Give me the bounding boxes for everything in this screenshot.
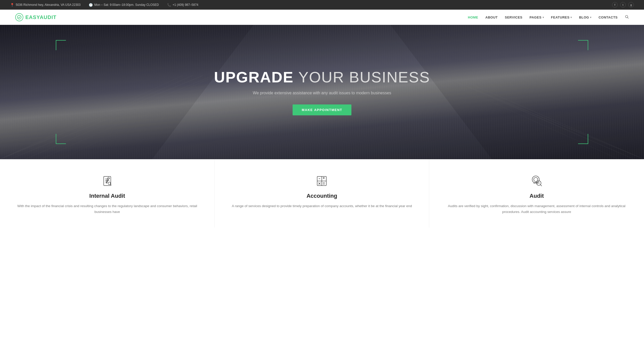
- audit-desc: Audits are verified by sight, confirmati…: [439, 203, 634, 215]
- social-links: f t g: [612, 2, 634, 8]
- logo-icon: [15, 13, 23, 21]
- svg-rect-18: [104, 176, 111, 186]
- phone-text: +1 (409) 987–5874: [173, 3, 199, 7]
- svg-line-2: [628, 17, 629, 19]
- bracket-bottom-left: [56, 134, 66, 144]
- hero-subtitle: We provide extensive assistance with any…: [214, 91, 430, 95]
- svg-point-22: [108, 182, 111, 185]
- internal-audit-desc: With the impact of the financial crisis …: [10, 203, 204, 215]
- top-bar-left: 📍 5036 Richmond hwy, Alexandria, VA USA …: [10, 3, 198, 7]
- hours-text: Mon – Sat: 9:00am–18:00pm. Sunday CLOSED: [94, 3, 159, 7]
- bracket-top-right: [578, 40, 588, 50]
- google-icon[interactable]: g: [628, 2, 634, 8]
- nav-home[interactable]: HOME: [468, 15, 478, 19]
- hero-section: UPGRADE YOUR BUSINESS We provide extensi…: [0, 25, 644, 159]
- audit-title: Audit: [439, 193, 634, 199]
- phone-icon: 📞: [167, 3, 171, 7]
- internal-audit-title: Internal Audit: [10, 193, 204, 199]
- nav-blog[interactable]: BLOG: [579, 15, 592, 19]
- address-text: 5036 Richmond hwy, Alexandria, VA USA 22…: [16, 3, 81, 7]
- top-bar: 📍 5036 Richmond hwy, Alexandria, VA USA …: [0, 0, 644, 10]
- internal-audit-icon: [10, 174, 204, 188]
- audit-icon: [439, 174, 634, 188]
- nav-links: HOME ABOUT SERVICES PAGES FEATURES BLOG …: [468, 15, 629, 20]
- hero-title: UPGRADE YOUR BUSINESS: [214, 69, 430, 86]
- accounting-title: Accounting: [225, 193, 419, 199]
- bracket-bottom-right: [578, 134, 588, 144]
- service-internal-audit: Internal Audit With the impact of the fi…: [0, 159, 215, 228]
- hours-item: 🕐 Mon – Sat: 9:00am–18:00pm. Sunday CLOS…: [89, 3, 159, 7]
- address-item: 📍 5036 Richmond hwy, Alexandria, VA USA …: [10, 3, 81, 7]
- nav-services[interactable]: SERVICES: [505, 15, 523, 19]
- accounting-icon: [225, 174, 419, 188]
- services-section: Internal Audit With the impact of the fi…: [0, 159, 644, 228]
- svg-point-35: [534, 177, 538, 182]
- svg-point-0: [17, 15, 21, 19]
- service-accounting: Accounting A range of services designed …: [215, 159, 430, 228]
- svg-point-36: [532, 176, 539, 183]
- logo-text: EASYAUDIT: [25, 14, 57, 20]
- service-audit: Audit Audits are verified by sight, conf…: [429, 159, 644, 228]
- facebook-icon[interactable]: f: [612, 2, 618, 8]
- twitter-icon[interactable]: t: [620, 2, 626, 8]
- nav-contacts[interactable]: CONTACTS: [599, 15, 618, 19]
- nav-about[interactable]: ABOUT: [485, 15, 498, 19]
- navbar: EASYAUDIT HOME ABOUT SERVICES PAGES FEAT…: [0, 10, 644, 25]
- search-icon[interactable]: [625, 15, 629, 20]
- hero-content: UPGRADE YOUR BUSINESS We provide extensi…: [209, 69, 435, 115]
- logo[interactable]: EASYAUDIT: [15, 13, 57, 21]
- svg-point-1: [625, 15, 628, 18]
- location-icon: 📍: [10, 3, 14, 7]
- nav-features[interactable]: FEATURES: [551, 15, 572, 19]
- make-appointment-button[interactable]: MAKE APPOINTMENT: [293, 104, 351, 115]
- svg-line-38: [540, 185, 542, 186]
- phone-item: 📞 +1 (409) 987–5874: [167, 3, 199, 7]
- nav-pages[interactable]: PAGES: [530, 15, 544, 19]
- clock-icon: 🕐: [89, 3, 93, 7]
- accounting-desc: A range of services designed to provide …: [225, 203, 419, 209]
- bracket-top-left: [56, 40, 66, 50]
